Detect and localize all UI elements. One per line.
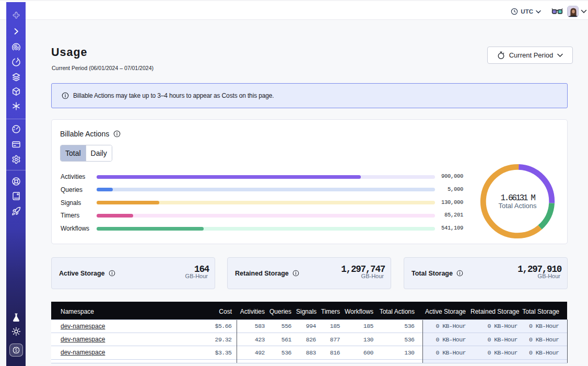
svg-text:Total Actions: Total Actions (498, 202, 536, 210)
